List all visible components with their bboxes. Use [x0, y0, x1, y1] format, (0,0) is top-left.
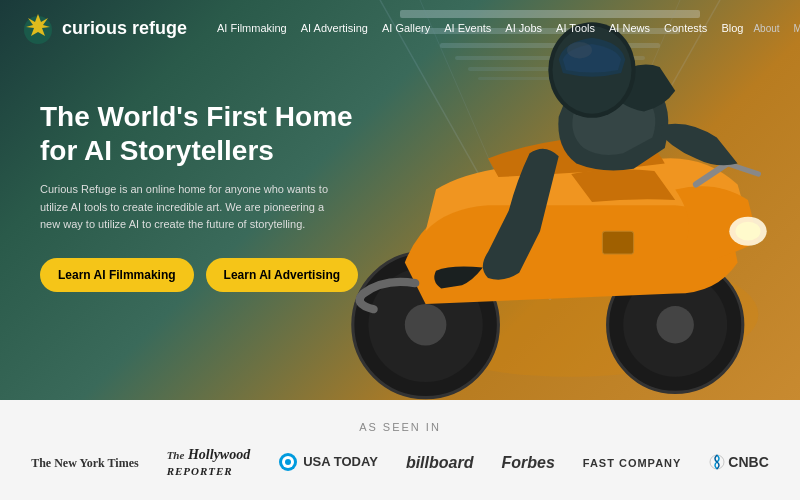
svg-point-29: [285, 459, 291, 465]
as-seen-in-label: AS SEEN IN: [359, 421, 441, 433]
fast-company-logo: FAST COMPANY: [583, 457, 682, 469]
svg-rect-21: [602, 231, 633, 254]
nav-ai-advertising[interactable]: AI Advertising: [301, 22, 368, 34]
nyt-logo: The New York Times: [31, 456, 138, 471]
svg-point-15: [405, 304, 447, 346]
primary-nav: AI Filmmaking AI Advertising AI Gallery …: [217, 22, 743, 34]
learn-advertising-button[interactable]: Learn AI Advertising: [206, 258, 358, 292]
hero-description: Curious Refuge is an online home for any…: [40, 181, 340, 234]
billboard-logo: billboard: [406, 454, 474, 472]
svg-line-23: [727, 164, 758, 174]
logo-icon: [20, 10, 56, 46]
svg-point-18: [656, 306, 693, 343]
hero-title: The World's First Home for AI Storytelle…: [40, 100, 380, 167]
nav-contests[interactable]: Contests: [664, 22, 707, 34]
nav-ai-gallery[interactable]: AI Gallery: [382, 22, 430, 34]
nav-blog[interactable]: Blog: [721, 22, 743, 34]
nav-ai-news[interactable]: AI News: [609, 22, 650, 34]
learn-filmmaking-button[interactable]: Learn AI Filmmaking: [40, 258, 194, 292]
hero-section: The World's First Home for AI Storytelle…: [0, 0, 800, 400]
forbes-logo: Forbes: [501, 454, 554, 472]
svg-point-20: [736, 222, 761, 241]
nav-ai-events[interactable]: AI Events: [444, 22, 491, 34]
hero-content: The World's First Home for AI Storytelle…: [40, 100, 380, 292]
secondary-nav: About Merch Course Login: [753, 23, 800, 34]
media-logos-row: The New York Times The HollywoodREPORTER…: [31, 447, 769, 479]
cnbc-logo: CNBC: [709, 454, 768, 473]
hollywood-reporter-logo: The HollywoodREPORTER: [167, 447, 251, 479]
nav-ai-jobs[interactable]: AI Jobs: [505, 22, 542, 34]
nav-ai-tools[interactable]: AI Tools: [556, 22, 595, 34]
usatoday-logo: USA TODAY: [278, 452, 378, 475]
logo-text: curious refuge: [62, 18, 187, 39]
nav-ai-filmmaking[interactable]: AI Filmmaking: [217, 22, 287, 34]
nav-merch[interactable]: Merch: [794, 23, 800, 34]
nav-about[interactable]: About: [753, 23, 779, 34]
as-seen-in-section: AS SEEN IN The New York Times The Hollyw…: [0, 400, 800, 500]
hero-buttons: Learn AI Filmmaking Learn AI Advertising: [40, 258, 380, 292]
logo[interactable]: curious refuge: [20, 10, 187, 46]
